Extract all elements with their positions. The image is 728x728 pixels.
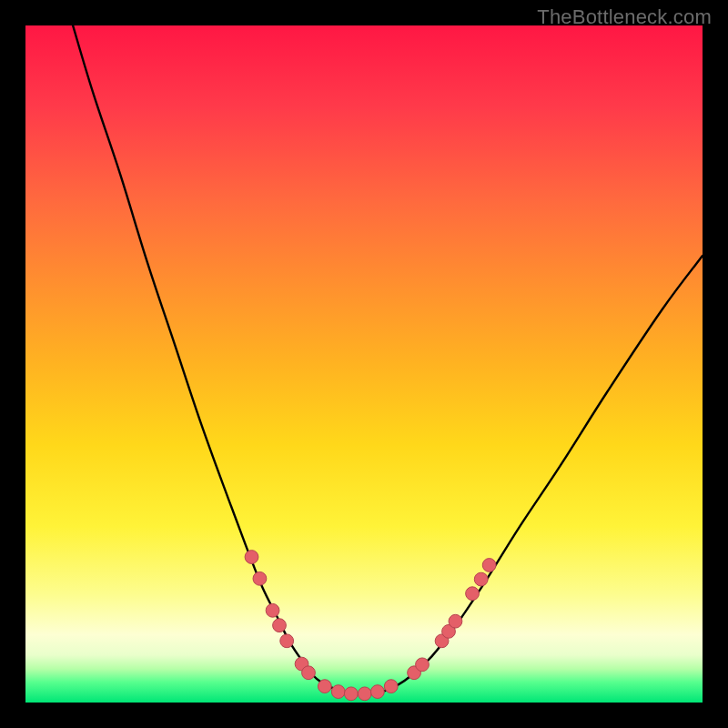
curve-marker	[318, 680, 331, 693]
curve-marker	[273, 619, 287, 632]
curve-marker	[266, 603, 279, 617]
curve-marker	[253, 571, 267, 585]
curve-marker	[344, 687, 358, 701]
curve-marker	[482, 559, 496, 572]
stage: TheBottleneck.com	[0, 0, 728, 728]
curve-marker	[331, 685, 345, 699]
curve-marker	[302, 666, 316, 680]
plot-svg	[25, 25, 703, 703]
curve-marker	[474, 572, 488, 586]
plot-area	[25, 25, 703, 703]
curve-marker	[384, 680, 398, 693]
curve-marker	[416, 658, 430, 672]
markers-group	[245, 551, 496, 701]
curve-marker	[358, 687, 371, 701]
bottleneck-curve	[73, 25, 703, 694]
curve-marker	[245, 551, 258, 564]
curve-marker	[370, 685, 384, 699]
curve-marker	[280, 634, 294, 648]
curve-marker	[466, 587, 480, 601]
curve-marker	[449, 614, 462, 628]
watermark-text: TheBottleneck.com	[537, 5, 712, 29]
